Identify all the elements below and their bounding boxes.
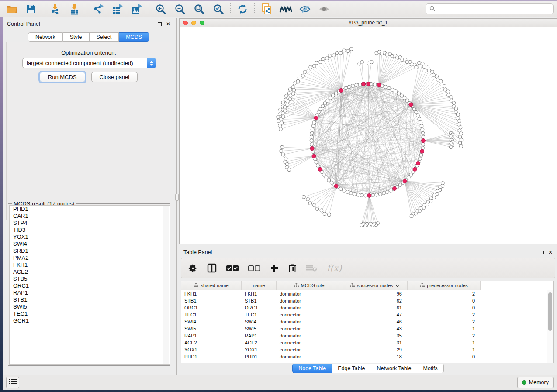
mcds-node[interactable]: [312, 154, 316, 158]
network-node[interactable]: [320, 209, 323, 212]
column-header-shared-name[interactable]: shared name: [181, 281, 242, 290]
network-node[interactable]: [312, 64, 316, 68]
mcds-result-item[interactable]: STP4: [10, 220, 170, 227]
table-scrollbar[interactable]: [547, 290, 553, 363]
mcds-result-item[interactable]: RAP1: [10, 289, 170, 296]
table-row[interactable]: ACE2ACE2connector311: [181, 339, 553, 346]
network-node[interactable]: [313, 203, 316, 207]
network-node[interactable]: [319, 107, 322, 111]
network-node[interactable]: [355, 83, 358, 87]
table-row[interactable]: SWI5SWI5connector431: [181, 325, 553, 332]
network-node[interactable]: [415, 110, 418, 114]
network-node[interactable]: [373, 83, 377, 86]
float-panel-icon[interactable]: [158, 22, 162, 26]
zoom-out-button[interactable]: [172, 2, 188, 16]
network-node[interactable]: [421, 131, 425, 135]
network-node[interactable]: [279, 127, 282, 131]
network-node[interactable]: [421, 128, 424, 131]
network-node[interactable]: [281, 153, 285, 156]
tab-motifs[interactable]: Motifs: [417, 364, 443, 373]
network-node[interactable]: [280, 121, 284, 124]
splitter-grip[interactable]: [175, 194, 179, 201]
network-node[interactable]: [418, 157, 422, 161]
zoom-selected-button[interactable]: [210, 2, 227, 16]
mcds-result-item[interactable]: TEC1: [10, 310, 170, 317]
tab-mcds[interactable]: MCDS: [119, 32, 149, 42]
mcds-result-item[interactable]: SWI4: [10, 241, 170, 248]
first-neighbors-button[interactable]: [277, 2, 294, 16]
mcds-result-item[interactable]: CAR1: [10, 213, 170, 220]
network-node[interactable]: [459, 126, 462, 129]
mcds-node[interactable]: [377, 83, 381, 87]
mcds-node[interactable]: [403, 179, 407, 183]
node-table[interactable]: shared namenameMCDS rolesuccessor nodesp…: [181, 281, 554, 363]
network-node[interactable]: [334, 92, 338, 95]
mcds-result-item[interactable]: ACE2: [10, 268, 170, 275]
network-node[interactable]: [277, 115, 280, 119]
network-node[interactable]: [454, 107, 458, 110]
network-node[interactable]: [421, 146, 425, 150]
network-node[interactable]: [415, 65, 418, 69]
network-node[interactable]: [419, 120, 422, 124]
network-node[interactable]: [349, 191, 353, 195]
table-row[interactable]: YOX1YOX1connector291: [181, 346, 553, 353]
network-node[interactable]: [281, 101, 285, 104]
network-node[interactable]: [356, 193, 360, 196]
network-node[interactable]: [284, 94, 288, 98]
mcds-node[interactable]: [413, 167, 417, 171]
memory-button[interactable]: Memory: [517, 377, 554, 388]
network-node[interactable]: [296, 79, 300, 83]
export-network-button[interactable]: [90, 2, 107, 16]
network-node[interactable]: [322, 173, 325, 176]
network-node[interactable]: [315, 207, 319, 211]
network-node[interactable]: [342, 49, 346, 52]
mcds-result-item[interactable]: YOX1: [10, 234, 170, 241]
mcds-result-item[interactable]: ORC1: [10, 282, 170, 289]
table-row[interactable]: ORC1ORC1dominator610: [181, 304, 553, 311]
mcds-node[interactable]: [409, 103, 413, 107]
network-node[interactable]: [382, 191, 386, 195]
network-node[interactable]: [309, 65, 312, 69]
import-table-button[interactable]: [66, 2, 83, 16]
network-node[interactable]: [403, 96, 406, 100]
mcds-list-scrollbar[interactable]: [163, 206, 169, 364]
network-node[interactable]: [328, 54, 332, 57]
network-node[interactable]: [285, 165, 289, 169]
network-node[interactable]: [298, 76, 301, 79]
network-node[interactable]: [439, 79, 443, 83]
mcds-node[interactable]: [334, 184, 338, 188]
refresh-view-button[interactable]: [234, 2, 251, 16]
mcds-node[interactable]: [416, 162, 420, 165]
mcds-result-item[interactable]: STB1: [10, 296, 170, 303]
mcds-result-item[interactable]: PHD1: [10, 206, 170, 213]
network-node[interactable]: [284, 157, 287, 160]
split-panel-icon[interactable]: [207, 263, 217, 273]
network-node[interactable]: [422, 143, 425, 146]
run-mcds-button[interactable]: Run MCDS: [40, 72, 85, 82]
window-close-icon[interactable]: [183, 21, 188, 25]
float-table-panel-icon[interactable]: [540, 251, 544, 254]
network-node[interactable]: [394, 90, 398, 93]
network-node[interactable]: [303, 70, 307, 74]
network-node[interactable]: [346, 49, 350, 53]
network-node[interactable]: [280, 149, 283, 153]
network-node[interactable]: [360, 193, 363, 197]
import-network-button[interactable]: [47, 2, 63, 16]
network-node[interactable]: [360, 224, 363, 227]
network-node[interactable]: [310, 135, 313, 139]
network-node[interactable]: [346, 190, 349, 194]
network-node[interactable]: [386, 190, 389, 194]
tab-select[interactable]: Select: [90, 32, 119, 42]
unselect-all-columns-icon[interactable]: [248, 265, 260, 272]
network-node[interactable]: [315, 160, 318, 164]
mcds-node[interactable]: [339, 88, 343, 92]
save-session-button[interactable]: [23, 2, 39, 16]
show-all-button[interactable]: [316, 2, 332, 16]
network-node[interactable]: [443, 85, 446, 88]
mcds-result-item[interactable]: TID3: [10, 227, 170, 234]
table-row[interactable]: SWI4SWI4dominator462: [181, 318, 553, 325]
network-node[interactable]: [351, 84, 355, 87]
mcds-result-item[interactable]: SRD1: [10, 248, 170, 254]
network-node[interactable]: [306, 197, 310, 201]
network-node[interactable]: [419, 154, 423, 157]
